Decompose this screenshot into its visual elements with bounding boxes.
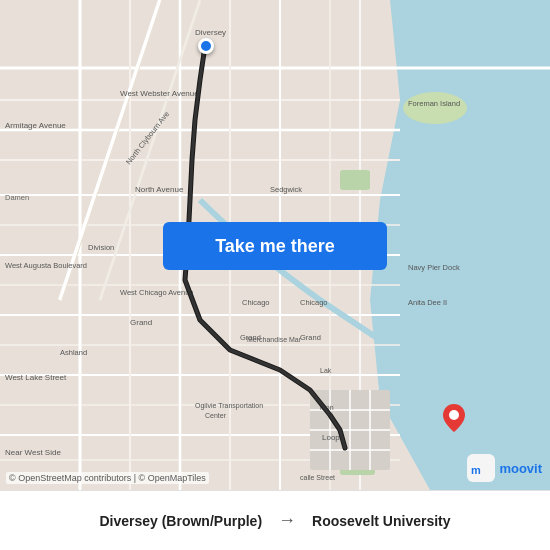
copyright-text: © OpenStreetMap contributors | © OpenMap…: [6, 472, 209, 484]
destination-marker: [443, 404, 465, 432]
svg-text:m: m: [471, 464, 481, 476]
moovit-logo: m moovit: [467, 454, 542, 482]
take-me-there-button[interactable]: Take me there: [163, 222, 387, 270]
route-to: Roosevelt University: [312, 513, 451, 529]
origin-marker: [198, 38, 214, 54]
bottom-bar: Diversey (Brown/Purple) → Roosevelt Univ…: [0, 490, 550, 550]
route-arrow: →: [278, 510, 296, 531]
svg-point-68: [449, 410, 459, 420]
moovit-logo-text: moovit: [499, 461, 542, 476]
map-container: West Webster Avenue Armitage Avenue Nort…: [0, 0, 550, 490]
route-from: Diversey (Brown/Purple): [99, 513, 262, 529]
